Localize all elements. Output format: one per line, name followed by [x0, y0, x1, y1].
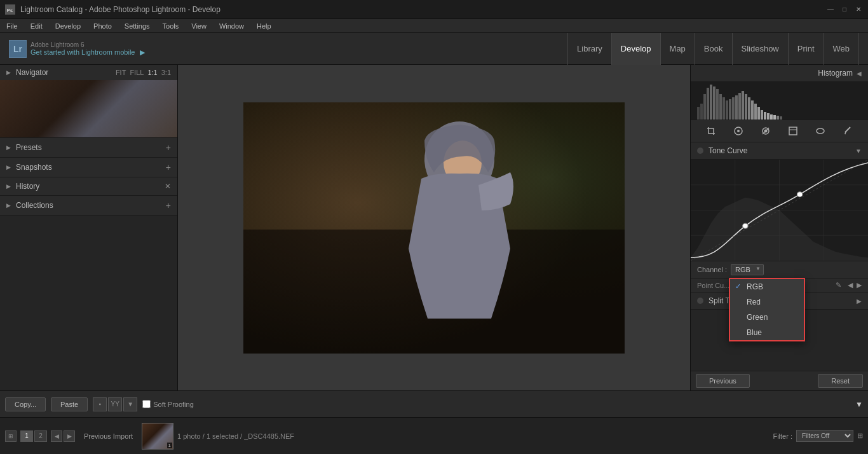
menu-settings[interactable]: Settings — [122, 21, 153, 31]
nav-web[interactable]: Web — [824, 33, 860, 65]
navigator-header[interactable]: ▶ Navigator FIT FILL 1:1 3:1 — [0, 65, 177, 80]
svg-rect-35 — [780, 116, 782, 120]
presets-header[interactable]: ▶ Presets + — [0, 138, 177, 157]
menu-tools[interactable]: Tools — [160, 21, 182, 31]
svg-rect-22 — [738, 93, 741, 120]
soft-proofing-checkbox[interactable] — [142, 400, 151, 408]
filmstrip-prev-nav[interactable]: ◀ — [51, 430, 62, 442]
presets-add-button[interactable]: + — [166, 142, 171, 153]
zoom-fill[interactable]: FILL — [130, 69, 144, 76]
zoom-3to1[interactable]: 3:1 — [161, 69, 171, 76]
histogram-label: Histogram — [697, 69, 853, 78]
history-header[interactable]: ▶ History ✕ — [0, 177, 177, 195]
menu-window[interactable]: Window — [217, 21, 247, 31]
right-panel-bottom-actions: Previous Reset — [691, 371, 868, 390]
svg-rect-28 — [757, 107, 760, 120]
svg-rect-12 — [707, 88, 709, 120]
navigator-preview — [0, 80, 177, 137]
maximize-button[interactable]: □ — [840, 5, 849, 14]
point-curve-arrow-right[interactable]: ▶ — [857, 281, 862, 289]
tone-curve-section-header[interactable]: Tone Curve ▼ — [691, 142, 868, 160]
svg-rect-16 — [719, 94, 722, 120]
redeye-tool[interactable] — [759, 124, 773, 138]
channel-option-blue[interactable]: Blue — [730, 325, 804, 340]
view-options-button[interactable]: ▼ — [123, 397, 137, 411]
channel-option-red[interactable]: Red — [730, 294, 804, 310]
history-clear-button[interactable]: ✕ — [165, 182, 171, 191]
photo-background — [243, 102, 625, 354]
nav-links: Library Develop Map Book Slideshow Print… — [158, 33, 859, 65]
menu-view[interactable]: View — [189, 21, 209, 31]
bottom-toolbar: Copy... Paste ▪ YY ▼ Soft Proofing ▼ — [0, 390, 868, 417]
zoom-fit[interactable]: FIT — [116, 69, 126, 76]
collections-header[interactable]: ▶ Collections + — [0, 196, 177, 215]
view-single-button[interactable]: ▪ — [93, 397, 107, 411]
view-split-button[interactable]: YY — [108, 397, 122, 411]
tool-icons-row — [691, 120, 868, 142]
collections-add-button[interactable]: + — [166, 200, 171, 210]
nav-map[interactable]: Map — [661, 33, 695, 65]
filmstrip-next-nav[interactable]: ▶ — [64, 430, 75, 442]
graduated-filter-tool[interactable] — [786, 124, 800, 138]
histogram-header[interactable]: Histogram ◀ — [691, 65, 868, 82]
page-1-button[interactable]: 1 — [20, 430, 33, 442]
menu-develop[interactable]: Develop — [53, 21, 83, 31]
filter-select[interactable]: Filters Off — [796, 430, 853, 442]
nav-develop[interactable]: Develop — [612, 33, 661, 65]
expand-arrow[interactable]: ▼ — [855, 400, 863, 409]
snapshots-add-button[interactable]: + — [166, 162, 171, 172]
mobile-link-arrow[interactable]: ▶ — [140, 48, 145, 56]
svg-rect-30 — [764, 112, 766, 120]
histogram-area — [691, 82, 868, 120]
reset-button[interactable]: Reset — [818, 374, 863, 388]
nav-slideshow[interactable]: Slideshow — [733, 33, 789, 65]
radial-filter-tool[interactable] — [813, 124, 827, 138]
filmstrip-photo-thumbnail[interactable]: 1 — [142, 423, 173, 450]
channel-label: Channel : — [697, 266, 727, 273]
channel-option-green[interactable]: Green — [730, 310, 804, 325]
tone-curve-area — [691, 160, 868, 261]
header: Lr Adobe Lightroom 6 Get started with Li… — [0, 33, 868, 65]
previous-button[interactable]: Previous — [696, 374, 750, 388]
adjustment-brush-tool[interactable] — [841, 124, 855, 138]
filmstrip-controls: ⊞ — [5, 430, 17, 442]
menu-edit[interactable]: Edit — [28, 21, 45, 31]
svg-rect-14 — [713, 86, 715, 120]
channel-select-button[interactable]: RGB — [731, 264, 764, 275]
nav-book[interactable]: Book — [695, 33, 733, 65]
point-curve-arrow-left[interactable]: ◀ — [848, 281, 853, 289]
svg-rect-17 — [722, 97, 725, 120]
collections-section: ▶ Collections + — [0, 196, 177, 216]
soft-proofing-label: Soft Proofing — [153, 401, 194, 408]
crop-tool[interactable] — [704, 124, 718, 138]
zoom-1to1[interactable]: 1:1 — [147, 69, 157, 76]
minimize-button[interactable]: — — [826, 5, 835, 14]
close-button[interactable]: ✕ — [854, 5, 863, 14]
svg-point-52 — [743, 223, 749, 228]
nav-print[interactable]: Print — [789, 33, 824, 65]
navigator-chevron: ▶ — [6, 69, 11, 76]
page-2-button[interactable]: 2 — [34, 430, 47, 442]
nav-library[interactable]: Library — [567, 33, 612, 65]
point-curve-edit-icon[interactable]: ✎ — [836, 281, 841, 289]
navigator-label: Navigator — [16, 68, 116, 77]
paste-button[interactable]: Paste — [51, 397, 88, 411]
menubar: FileEditDevelopPhotoSettingsToolsViewWin… — [0, 19, 868, 33]
window-controls: — □ ✕ — [826, 5, 863, 14]
svg-rect-24 — [745, 94, 747, 120]
menu-help[interactable]: Help — [254, 21, 274, 31]
spot-removal-tool[interactable] — [731, 124, 745, 138]
svg-rect-41 — [789, 127, 797, 135]
filter-settings-icon[interactable]: ⊞ — [857, 432, 863, 440]
menu-file[interactable]: File — [4, 21, 20, 31]
right-panel: Histogram ◀ — [690, 65, 868, 390]
svg-rect-15 — [716, 89, 719, 120]
channel-dropdown: RGB Red Green Blue — [729, 278, 805, 341]
snapshots-header[interactable]: ▶ Snapshots + — [0, 158, 177, 177]
grid-view-button[interactable]: ⊞ — [5, 430, 17, 442]
copy-button[interactable]: Copy... — [5, 397, 46, 411]
filmstrip-photo-badge: 1 — [167, 443, 172, 448]
menu-photo[interactable]: Photo — [91, 21, 114, 31]
channel-option-rgb[interactable]: RGB — [730, 279, 804, 294]
svg-rect-33 — [773, 115, 776, 120]
